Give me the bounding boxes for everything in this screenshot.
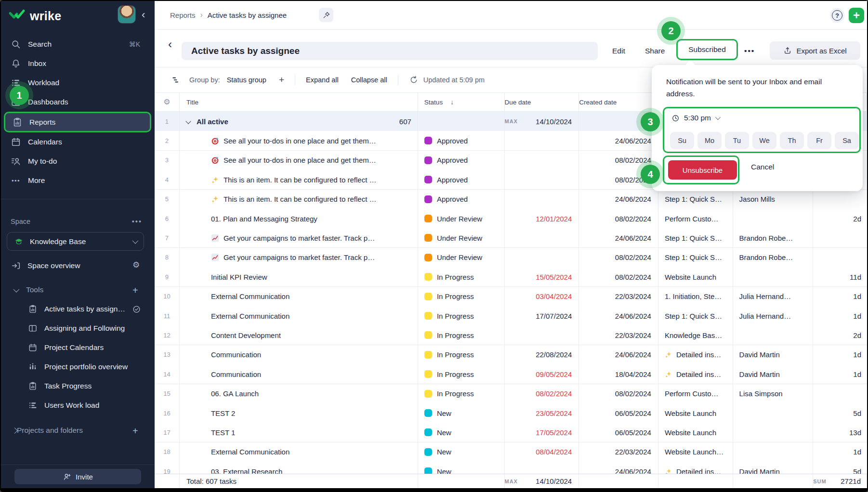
weekday-button-sa[interactable]: Sa [835,132,859,149]
assignee-cell[interactable] [733,423,814,442]
avatar[interactable] [118,5,136,24]
assignee-cell[interactable] [733,403,814,423]
subscribed-button[interactable]: Subscribed [688,45,726,54]
parent-project-cell[interactable]: Perform Custo… [658,209,733,228]
task-title-cell[interactable]: External Communication [180,442,418,462]
space-selector-knowledge-base[interactable]: Knowledge Base [7,232,144,251]
status-cell[interactable]: In Progress [418,325,505,345]
due-date-cell[interactable]: 15/05/2024 [505,267,579,286]
sidebar-item-search[interactable]: Search ⌘K [1,35,155,54]
status-cell[interactable]: New [418,423,505,442]
expand-all-button[interactable]: Expand all [306,76,339,84]
task-title-cell[interactable]: This is an item. It can be configured to… [180,170,418,189]
sidebar-group-projects-and-folders[interactable]: Projects and folders + [1,421,155,440]
task-title-cell[interactable]: 06. GA Launch [180,384,418,403]
status-cell[interactable]: In Progress [418,364,505,384]
tool-item-users-work-load[interactable]: Users Work load [1,396,155,415]
tool-item-task-progress[interactable]: Task Progress [1,376,155,396]
status-cell[interactable]: In Progress [418,306,505,325]
table-row[interactable]: 19 03. External Research New 24/06/2024 … [155,462,867,474]
parent-project-cell[interactable]: Website Launch… [658,442,733,462]
back-button[interactable]: ‹ [168,38,172,51]
status-cell[interactable]: New [418,403,505,423]
pin-button[interactable] [319,8,333,22]
parent-project-cell[interactable]: Knowledge Bas… [658,325,733,345]
more-actions-button[interactable]: ••• [744,42,755,60]
task-title-cell[interactable]: TEST 2 [180,403,418,423]
weekday-button-mo[interactable]: Mo [697,132,722,149]
status-cell[interactable]: Under Review [418,209,505,228]
parent-project-cell[interactable]: Website Launch [658,403,733,423]
sidebar-item-inbox[interactable]: Inbox [1,54,155,73]
task-title-cell[interactable]: This is an item. It can be configured to… [180,190,418,209]
tool-item-active-tasks-by-assign-[interactable]: Active tasks by assign… [1,299,155,319]
parent-project-cell[interactable]: Website Launch [658,267,733,286]
add-project-icon[interactable]: + [132,426,142,435]
assignee-cell[interactable]: Brandon Robe… [733,228,814,247]
parent-project-cell[interactable]: Website Launch [658,423,733,442]
due-date-cell[interactable]: 22/08/2024 [505,345,579,364]
sidebar-item-reports[interactable]: Reports [4,112,151,132]
weekday-button-tu[interactable]: Tu [725,132,749,149]
status-cell[interactable]: In Progress [418,287,505,306]
assignee-cell[interactable]: Julia Hernand… [733,306,814,325]
task-title-cell[interactable]: Get your campaigns to market faster. Tra… [180,228,418,247]
due-date-cell[interactable] [505,248,579,267]
table-row[interactable]: 15 06. GA Launch In Progress 08/02/2024 … [155,384,867,404]
task-title-cell[interactable]: External Communication [180,306,418,325]
status-cell[interactable]: Approved [418,190,505,209]
assignee-cell[interactable]: David Martin [733,345,814,364]
task-title-cell[interactable]: 01. Plan and Messaging Strategy [180,209,418,228]
due-date-cell[interactable] [505,170,579,189]
column-header-title[interactable]: Title [180,93,418,111]
column-settings-button[interactable]: ⚙ [155,93,180,111]
breadcrumb-reports[interactable]: Reports [170,11,196,19]
due-date-cell[interactable]: 17/07/2024 [505,306,579,325]
assignee-cell[interactable]: David Martin [733,462,814,474]
table-row[interactable]: 17 TEST 1 New 17/05/2024 06/05/2024 Webs… [155,423,867,442]
status-cell[interactable]: Approved [418,131,505,150]
table-row[interactable]: 14 Communication In Progress 09/05/2024 … [155,364,867,384]
assignee-cell[interactable]: Julia Hernand… [733,287,814,306]
parent-project-cell[interactable]: Detailed ins… [658,364,733,384]
table-row[interactable]: 9 Initial KPI Review In Progress 15/05/2… [155,267,867,287]
status-cell[interactable]: In Progress [418,267,505,286]
column-header-created-date[interactable]: Created date [579,93,658,111]
weekday-button-su[interactable]: Su [670,132,694,149]
table-row[interactable]: 13 Communication In Progress 22/08/2024 … [155,345,867,365]
due-date-cell[interactable]: 12/01/2024 [505,209,579,228]
due-date-cell[interactable]: 08/02/2024 [505,384,579,403]
sidebar-item-my-to-do[interactable]: My to-do [1,152,155,171]
due-date-cell[interactable]: 23/05/2024 [505,403,579,423]
table-row[interactable]: 11 External Communication In Progress 17… [155,306,867,326]
assignee-cell[interactable]: Jason Mills [733,190,814,209]
unsubscribe-button[interactable]: Unsubscribe [668,160,737,180]
parent-project-cell[interactable]: Step 1: Quick S… [658,306,733,325]
task-title-cell[interactable]: External Communication [180,287,418,306]
assignee-cell[interactable]: Brandon Robe… [733,248,814,267]
parent-project-cell[interactable]: 1. Initiation, Ste… [658,287,733,306]
weekday-button-we[interactable]: We [752,132,776,149]
task-title-cell[interactable]: Communication [180,364,418,384]
due-date-cell[interactable] [505,462,579,474]
refresh-icon[interactable] [409,75,419,85]
status-cell[interactable]: Under Review [418,228,505,247]
column-header-status[interactable]: Status↓ [418,93,505,111]
sidebar-item-space-overview[interactable]: Space overview ⚙ [1,256,155,275]
status-cell[interactable]: In Progress [418,345,505,364]
collapse-all-button[interactable]: Collapse all [351,76,387,84]
task-title-cell[interactable]: Initial KPI Review [180,267,418,286]
parent-project-cell[interactable]: Step 1: Quick S… [658,190,733,209]
column-header-due-date[interactable]: Due date [505,93,579,111]
assignee-cell[interactable] [733,209,814,228]
group-title-cell[interactable]: All active607 [180,112,418,131]
assignee-cell[interactable]: Lisa Simpson [733,384,814,403]
invite-button[interactable]: Invite [14,469,141,484]
tool-item-assigning-and-following[interactable]: Assigning and Following [1,319,155,338]
weekday-button-th[interactable]: Th [780,132,804,149]
assignee-cell[interactable] [733,442,814,462]
task-title-cell[interactable]: See all your to-dos in one place and get… [180,151,418,170]
task-title-cell[interactable]: TEST 1 [180,423,418,442]
sidebar-collapse-icon[interactable]: ‹ [142,9,145,21]
sidebar-item-calendars[interactable]: Calendars [1,132,155,152]
